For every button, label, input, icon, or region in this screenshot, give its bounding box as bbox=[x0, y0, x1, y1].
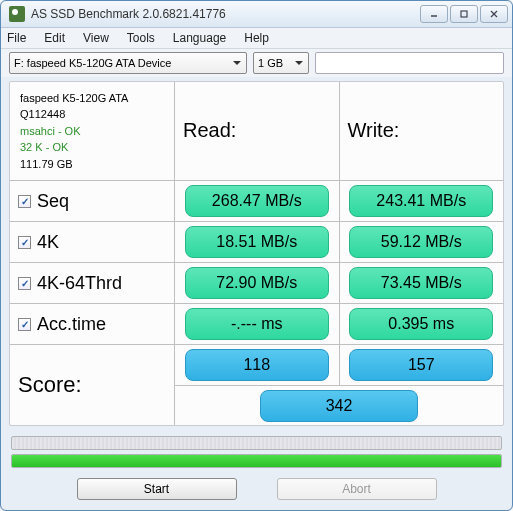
progress-bar-current bbox=[11, 436, 502, 450]
test-row-4k64: 4K-64Thrd 72.90 MB/s 73.45 MB/s bbox=[10, 263, 503, 304]
menu-tools[interactable]: Tools bbox=[127, 31, 155, 45]
score-read-value: 118 bbox=[185, 349, 329, 381]
4k-checkbox[interactable] bbox=[18, 236, 31, 249]
score-row: Score: 118 157 342 bbox=[10, 345, 503, 425]
results-panel: faspeed K5-120G ATA Q112448 msahci - OK … bbox=[9, 81, 504, 427]
maximize-button[interactable] bbox=[450, 5, 478, 23]
close-button[interactable] bbox=[480, 5, 508, 23]
progress-bar-total bbox=[11, 454, 502, 468]
4k64-write-value: 73.45 MB/s bbox=[349, 267, 493, 299]
test-row-seq: Seq 268.47 MB/s 243.41 MB/s bbox=[10, 181, 503, 222]
score-write-value: 157 bbox=[349, 349, 493, 381]
read-header: Read: bbox=[181, 119, 333, 142]
4k64-checkbox[interactable] bbox=[18, 277, 31, 290]
4k64-label: 4K-64Thrd bbox=[37, 273, 122, 294]
app-icon bbox=[9, 6, 25, 22]
4k-label: 4K bbox=[37, 232, 59, 253]
device-serial: Q112448 bbox=[20, 106, 164, 123]
menubar: File Edit View Tools Language Help bbox=[1, 28, 512, 48]
titlebar: AS SSD Benchmark 2.0.6821.41776 bbox=[1, 1, 512, 28]
search-input[interactable] bbox=[315, 52, 504, 74]
svg-rect-1 bbox=[461, 11, 467, 17]
size-dropdown[interactable]: 1 GB bbox=[253, 52, 309, 74]
menu-language[interactable]: Language bbox=[173, 31, 226, 45]
acc-checkbox[interactable] bbox=[18, 318, 31, 331]
abort-button: Abort bbox=[277, 478, 437, 500]
size-dropdown-value: 1 GB bbox=[258, 57, 283, 69]
device-dropdown-value: F: faspeed K5-120G ATA Device bbox=[14, 57, 171, 69]
device-model: faspeed K5-120G ATA bbox=[20, 90, 164, 107]
menu-edit[interactable]: Edit bbox=[44, 31, 65, 45]
minimize-button[interactable] bbox=[420, 5, 448, 23]
acc-label: Acc.time bbox=[37, 314, 106, 335]
menu-file[interactable]: File bbox=[7, 31, 26, 45]
seq-checkbox[interactable] bbox=[18, 195, 31, 208]
driver-status: msahci - OK bbox=[20, 123, 164, 140]
test-row-4k: 4K 18.51 MB/s 59.12 MB/s bbox=[10, 222, 503, 263]
acc-write-value: 0.395 ms bbox=[349, 308, 493, 340]
device-capacity: 111.79 GB bbox=[20, 156, 164, 173]
device-dropdown[interactable]: F: faspeed K5-120G ATA Device bbox=[9, 52, 247, 74]
write-header: Write: bbox=[346, 119, 498, 142]
window-title: AS SSD Benchmark 2.0.6821.41776 bbox=[31, 7, 420, 21]
acc-read-value: -.--- ms bbox=[185, 308, 329, 340]
toolbar: F: faspeed K5-120G ATA Device 1 GB bbox=[1, 49, 512, 77]
menu-view[interactable]: View bbox=[83, 31, 109, 45]
4k64-read-value: 72.90 MB/s bbox=[185, 267, 329, 299]
test-row-acc: Acc.time -.--- ms 0.395 ms bbox=[10, 304, 503, 345]
progress-area bbox=[1, 430, 512, 472]
seq-write-value: 243.41 MB/s bbox=[349, 185, 493, 217]
info-row: faspeed K5-120G ATA Q112448 msahci - OK … bbox=[10, 82, 503, 182]
score-total-value: 342 bbox=[260, 390, 417, 422]
window-controls bbox=[420, 5, 508, 23]
seq-label: Seq bbox=[37, 191, 69, 212]
start-button[interactable]: Start bbox=[77, 478, 237, 500]
alignment-status: 32 K - OK bbox=[20, 139, 164, 156]
4k-write-value: 59.12 MB/s bbox=[349, 226, 493, 258]
button-row: Start Abort bbox=[1, 472, 512, 510]
app-window: AS SSD Benchmark 2.0.6821.41776 File Edi… bbox=[0, 0, 513, 511]
4k-read-value: 18.51 MB/s bbox=[185, 226, 329, 258]
seq-read-value: 268.47 MB/s bbox=[185, 185, 329, 217]
menu-help[interactable]: Help bbox=[244, 31, 269, 45]
score-label: Score: bbox=[18, 372, 82, 398]
